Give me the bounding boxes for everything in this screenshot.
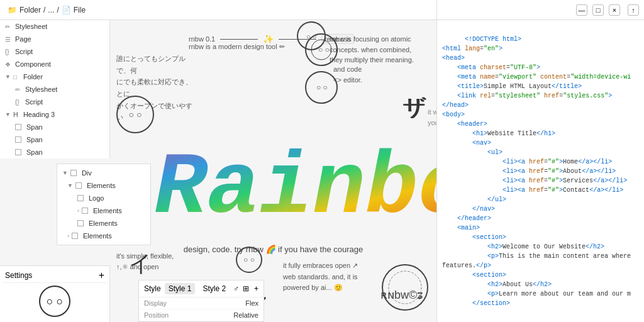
position-value[interactable]: Relative bbox=[233, 311, 258, 319]
breadcrumb-file[interactable]: File bbox=[74, 6, 86, 14]
tree-label: Component bbox=[15, 60, 51, 68]
tagline-text: design, code. try rnbw 🌈 if you have the… bbox=[184, 245, 364, 254]
style-icon-gender: ♂ bbox=[233, 284, 239, 293]
folder-icon: □ bbox=[13, 74, 21, 80]
checkbox-icon[interactable] bbox=[15, 149, 21, 155]
div-tree-item-logo[interactable]: Logo bbox=[57, 192, 150, 204]
checkbox-icon[interactable] bbox=[75, 182, 82, 189]
breadcrumb-sep1: / bbox=[43, 6, 45, 14]
rnbw-desc: rnbw is a modern design tool ✏ bbox=[189, 42, 285, 52]
file-icon: 📄 bbox=[62, 6, 71, 14]
tree-item-stylesheet-2[interactable]: ✏ Stylesheet bbox=[0, 83, 109, 96]
tree-item-page[interactable]: ☰ Page bbox=[0, 33, 109, 45]
main-canvas: rnbw 0.1 ✨ rene.css rnbw is a modern des… bbox=[110, 20, 436, 322]
div-tree-item-elements-3[interactable]: Elements bbox=[57, 217, 150, 230]
close-button[interactable]: × bbox=[609, 4, 620, 16]
svg-text:○ ○: ○ ○ bbox=[316, 83, 328, 92]
position-label: Position bbox=[144, 311, 169, 319]
tree-item-heading3[interactable]: ▼ H ザ Heading 3 bbox=[0, 108, 109, 121]
tree-label: Stylesheet bbox=[15, 23, 47, 30]
svg-point-8 bbox=[389, 271, 421, 304]
tree-label: Elements bbox=[89, 219, 118, 227]
display-label: Display bbox=[144, 299, 167, 307]
chevron-icon: › bbox=[77, 208, 79, 214]
left-tree-panel: ✏ Stylesheet ☰ Page {} Script ❖ Componen… bbox=[0, 20, 110, 158]
svg-text:Rainbow: Rainbow bbox=[154, 138, 436, 231]
script-icon: {} bbox=[15, 99, 23, 106]
div-tree-item-elements[interactable]: ▼ Elements bbox=[57, 179, 150, 192]
div-tree-item-elements-4[interactable]: › Elements bbox=[57, 230, 150, 242]
svg-text:○ ○: ○ ○ bbox=[306, 33, 316, 40]
code-block[interactable]: <!DOCTYPE html> <html lang="en"> <head> … bbox=[442, 25, 639, 318]
settings-add-button[interactable]: + bbox=[99, 270, 104, 281]
settings-smiley: ○ ○ bbox=[39, 286, 70, 317]
tree-label: Span bbox=[26, 123, 43, 131]
breadcrumb-folder[interactable]: Folder bbox=[19, 6, 41, 14]
tree-label: Script bbox=[25, 98, 43, 106]
i-text: イ bbox=[129, 250, 152, 276]
canvas-area: 📁 Folder / ... / 📄 File — □ × ↑ ✏ Styles… bbox=[0, 0, 644, 322]
focus-line2: concepts. when combined, bbox=[330, 45, 430, 55]
rnbw-focus-text: rnbw is focusing on atomic concepts. whe… bbox=[330, 34, 430, 65]
tree-item-component[interactable]: ❖ Component bbox=[0, 58, 109, 70]
settings-header: Settings + bbox=[3, 269, 107, 283]
div-tree-item-div[interactable]: ▼ Div bbox=[57, 167, 150, 179]
heading3-label: Heading 3 bbox=[23, 111, 55, 118]
tree-label: Elements bbox=[83, 232, 112, 240]
japanese-i: イ bbox=[129, 248, 152, 279]
settings-panel: Settings + ○ ○ bbox=[0, 265, 110, 322]
checkbox-icon[interactable] bbox=[77, 195, 84, 201]
style-icon-grid: ⊞ bbox=[243, 284, 249, 293]
folder-icon: 📁 bbox=[8, 6, 17, 14]
stylesheet-icon: ✏ bbox=[5, 23, 13, 30]
svg-point-7 bbox=[382, 265, 428, 310]
checkbox-icon[interactable] bbox=[15, 136, 21, 143]
open-web-line1: it fully embraces open ↗ bbox=[283, 260, 358, 272]
style-row-position: Position Relative bbox=[139, 309, 264, 321]
checkbox-icon[interactable] bbox=[82, 208, 88, 214]
style-title: Style bbox=[144, 284, 161, 293]
checkbox-icon[interactable] bbox=[15, 124, 21, 130]
pin-button[interactable]: ↑ bbox=[628, 4, 639, 16]
div-tree-item-elements-2[interactable]: › Elements bbox=[57, 204, 150, 217]
display-value[interactable]: Flex bbox=[245, 299, 258, 307]
breadcrumb-ellipsis: ... bbox=[48, 6, 54, 14]
checkbox-icon[interactable] bbox=[72, 233, 78, 239]
large-circle-bottom-right bbox=[380, 262, 430, 313]
tree-item-stylesheet[interactable]: ✏ Stylesheet bbox=[0, 20, 109, 33]
smiley-circle-bottom: ○ ○ bbox=[236, 247, 262, 273]
checkbox-icon[interactable] bbox=[70, 170, 77, 176]
style-tab-1[interactable]: Style 1 bbox=[165, 283, 196, 294]
open-web-text: it fully embraces open ↗ web standards. … bbox=[283, 260, 358, 294]
div-tree-panel: ▼ Div ▼ Elements Logo › Elements Element… bbox=[57, 164, 151, 245]
tree-item-folder[interactable]: ▼ □ Folder bbox=[0, 70, 109, 83]
tree-item-script[interactable]: {} Script bbox=[0, 45, 109, 58]
tree-item-script-2[interactable]: {} Script bbox=[0, 96, 109, 108]
tree-item-span-3[interactable]: Span bbox=[0, 146, 109, 158]
chevron-icon: › bbox=[67, 233, 69, 239]
smiley-top-center: ○ ○ bbox=[296, 20, 327, 52]
window-controls: — □ × ↑ bbox=[436, 0, 644, 20]
style-add-button[interactable]: + bbox=[254, 284, 258, 293]
tree-label: Div bbox=[82, 169, 92, 177]
tree-label: Folder bbox=[23, 73, 43, 80]
breadcrumb: 📁 Folder / ... / 📄 File bbox=[8, 6, 86, 14]
style-panel: Style Style 1 Style 2 ♂ ⊞ + Display Flex… bbox=[138, 280, 264, 322]
heading-icon: H bbox=[13, 111, 21, 118]
tree-label: Elements bbox=[87, 182, 116, 189]
maximize-button[interactable]: □ bbox=[592, 4, 604, 16]
minimize-button[interactable]: — bbox=[576, 4, 587, 16]
smiley-bottom-eyes: ○ ○ bbox=[243, 255, 255, 264]
tree-label: Span bbox=[26, 148, 43, 156]
rainbow-svg: Rainbow bbox=[148, 96, 436, 231]
style-tab-2[interactable]: Style 2 bbox=[199, 283, 230, 294]
checkbox-icon[interactable] bbox=[77, 220, 84, 226]
tree-label: Stylesheet bbox=[25, 86, 57, 93]
tree-item-span-2[interactable]: Span bbox=[0, 133, 109, 146]
tree-label: Page bbox=[15, 35, 31, 43]
settings-label: Settings bbox=[5, 271, 32, 280]
tree-label: Span bbox=[26, 136, 43, 143]
tree-item-span-1[interactable]: Span bbox=[0, 121, 109, 133]
breadcrumb-sep2: / bbox=[57, 6, 58, 14]
chevron-icon: ▼ bbox=[5, 111, 11, 118]
